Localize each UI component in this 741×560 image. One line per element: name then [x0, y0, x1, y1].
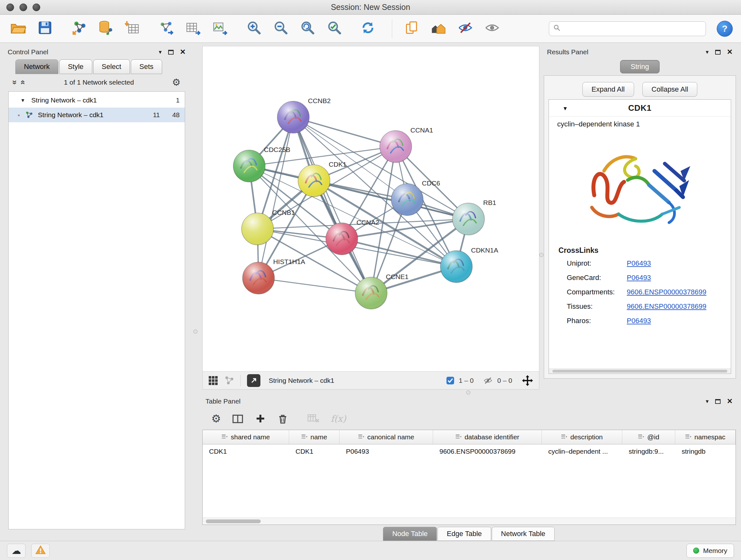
- tab-style[interactable]: Style: [59, 59, 92, 74]
- network-edge-CCNB2-HIST1H1A[interactable]: [259, 117, 293, 278]
- close-panel-icon[interactable]: ✕: [727, 49, 733, 56]
- zoom-out-button[interactable]: [271, 19, 290, 39]
- gear-icon[interactable]: ⚙: [172, 78, 181, 87]
- expand-all-icon[interactable]: «: [19, 80, 28, 84]
- search-input[interactable]: [564, 25, 702, 33]
- close-panel-icon[interactable]: ✕: [727, 398, 733, 405]
- tab-network-table[interactable]: Network Table: [492, 527, 555, 541]
- table-cell[interactable]: CDK1: [203, 444, 289, 458]
- zoom-fit-button[interactable]: [297, 19, 317, 39]
- table-cell[interactable]: stringdb: [675, 444, 736, 458]
- network-overview-icon[interactable]: [224, 376, 234, 385]
- table-cell[interactable]: stringdb:9...: [622, 444, 675, 458]
- splitter-handle[interactable]: [193, 329, 198, 334]
- float-panel-icon[interactable]: [715, 50, 721, 55]
- zoom-in-button[interactable]: [244, 19, 264, 39]
- crosslink-link[interactable]: P06493: [627, 317, 651, 325]
- tab-string[interactable]: String: [620, 60, 659, 73]
- export-view-button[interactable]: [247, 374, 260, 387]
- table-cell[interactable]: CDK1: [289, 444, 340, 458]
- tab-sets[interactable]: Sets: [131, 59, 162, 74]
- table-row[interactable]: CDK1CDK1P064939606.ENSP00000378699cyclin…: [203, 444, 736, 458]
- function-builder-icon[interactable]: f(x): [331, 414, 346, 424]
- toolbar-search[interactable]: [549, 21, 706, 36]
- export-image-button[interactable]: [210, 19, 230, 39]
- scrollbar-thumb[interactable]: [552, 370, 727, 373]
- crosslink-link[interactable]: P06493: [627, 273, 651, 282]
- open-session-button[interactable]: [8, 19, 28, 39]
- apply-layout-button[interactable]: [358, 19, 378, 39]
- network-canvas[interactable]: CCNB2CCNA1CDC25BCDK1CDC6RB1CCNB1CCNA2CDK…: [203, 46, 539, 371]
- collapse-panel-icon[interactable]: ▾: [706, 49, 709, 55]
- show-graphics-details-button[interactable]: [482, 19, 502, 39]
- export-table-button[interactable]: [183, 19, 203, 39]
- zoom-selected-button[interactable]: [324, 19, 344, 39]
- table-splitter[interactable]: [202, 389, 741, 395]
- scrollbar-thumb[interactable]: [206, 519, 261, 523]
- add-icon[interactable]: [255, 413, 266, 424]
- collapse-all-button[interactable]: Collapse All: [643, 82, 697, 97]
- open-documents-button[interactable]: [402, 19, 421, 39]
- collapse-panel-icon[interactable]: ▾: [159, 49, 162, 55]
- expand-all-button[interactable]: Expand All: [583, 82, 634, 97]
- hide-graphics-details-button[interactable]: [455, 19, 475, 39]
- tab-network[interactable]: Network: [15, 59, 58, 74]
- network-collection-row[interactable]: ▾ String Network – cdk1 1: [9, 93, 185, 108]
- crosslink-link[interactable]: 9606.ENSP00000378699: [627, 302, 706, 311]
- network-edge-HIST1H1A-CCNE1[interactable]: [259, 278, 371, 293]
- memory-button[interactable]: Memory: [686, 544, 734, 558]
- pan-crosshair-icon[interactable]: [522, 375, 533, 386]
- splitter-handle[interactable]: [466, 390, 470, 395]
- column-header-name[interactable]: name: [289, 430, 340, 444]
- grid-view-icon[interactable]: [208, 376, 218, 385]
- gear-icon[interactable]: ⚙: [211, 413, 221, 424]
- column-header-shared-name[interactable]: shared name: [203, 430, 289, 444]
- close-window-button[interactable]: [6, 3, 14, 11]
- warnings-button[interactable]: [31, 544, 50, 558]
- float-panel-icon[interactable]: [715, 399, 721, 404]
- protein-entry-header[interactable]: ▾ CDK1: [549, 100, 731, 117]
- crosslink-link[interactable]: 9606.ENSP00000378699: [627, 288, 706, 296]
- help-button[interactable]: ?: [717, 21, 733, 37]
- tab-node-table[interactable]: Node Table: [383, 527, 437, 541]
- node-gloss: [243, 262, 274, 294]
- export-network-button[interactable]: [156, 19, 176, 39]
- collapse-panel-icon[interactable]: ▾: [706, 398, 709, 404]
- save-session-button[interactable]: [35, 19, 55, 39]
- table-cell[interactable]: 9606.ENSP00000378699: [433, 444, 542, 458]
- trash-icon[interactable]: [277, 413, 288, 424]
- table-export-icon: [185, 20, 201, 37]
- selected-checkbox-icon[interactable]: [446, 376, 455, 385]
- table-cell[interactable]: cyclin–dependent ...: [542, 444, 622, 458]
- column-header-canonical-name[interactable]: canonical name: [340, 430, 433, 444]
- table-cell[interactable]: P06493: [340, 444, 433, 458]
- network-row[interactable]: ● String Network – cdk1 11 48: [9, 108, 185, 122]
- float-panel-icon[interactable]: [168, 50, 174, 55]
- import-network-file-button[interactable]: [69, 19, 89, 39]
- hidden-eye-icon[interactable]: [483, 376, 493, 385]
- column-header-description[interactable]: description: [542, 430, 622, 444]
- disclosure-triangle-icon[interactable]: ▾: [21, 97, 24, 104]
- crosslink-link[interactable]: P06493: [627, 259, 651, 267]
- tab-select[interactable]: Select: [93, 59, 130, 74]
- import-table-button[interactable]: [123, 19, 142, 39]
- import-network-database-button[interactable]: [96, 19, 116, 39]
- delete-table-icon[interactable]: [307, 413, 320, 424]
- network-edge-CCNB2-CCNE1[interactable]: [293, 117, 371, 293]
- column-label: canonical name: [367, 433, 414, 441]
- panel-splitter[interactable]: [189, 46, 202, 541]
- home-button[interactable]: [428, 19, 448, 39]
- columns-icon[interactable]: [232, 413, 244, 425]
- tab-edge-table[interactable]: Edge Table: [437, 527, 491, 541]
- cloud-button[interactable]: ☁: [7, 544, 25, 558]
- splitter-handle[interactable]: [539, 253, 543, 257]
- results-splitter[interactable]: [539, 46, 544, 389]
- collapse-all-icon[interactable]: »: [11, 80, 19, 84]
- column-header-id[interactable]: @id: [622, 430, 675, 444]
- minimize-window-button[interactable]: [19, 3, 27, 11]
- column-header-namespac[interactable]: namespac: [675, 430, 736, 444]
- disclosure-triangle-icon[interactable]: ▾: [563, 105, 567, 112]
- maximize-window-button[interactable]: [32, 3, 40, 11]
- close-panel-icon[interactable]: ✕: [180, 49, 186, 56]
- column-header-database-identifier[interactable]: database identifier: [433, 430, 542, 444]
